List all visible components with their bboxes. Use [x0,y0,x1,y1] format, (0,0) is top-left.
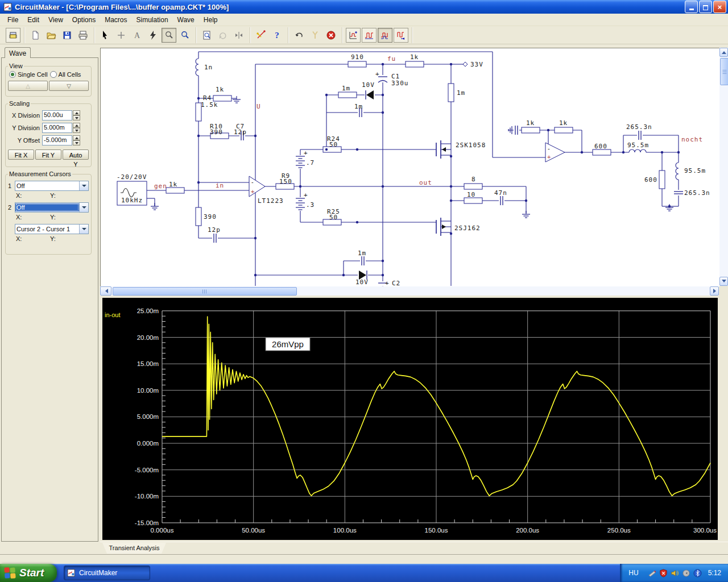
probe-lightning-button[interactable] [146,28,160,43]
next-cell-button[interactable]: ▽ [49,81,89,91]
radio-all-cells-dot[interactable] [50,71,57,78]
radio-single-cell-dot[interactable] [9,71,16,78]
wrench-tool-button[interactable] [308,28,322,43]
fit-y-button[interactable]: Fit Y [35,149,61,160]
junction-dot [325,94,328,96]
menu-item-help[interactable]: Help [199,14,222,26]
save-file-button[interactable] [60,28,75,43]
start-button[interactable]: Start [0,564,57,582]
junction-dot [254,237,257,239]
tab-wave[interactable]: Wave [5,47,31,58]
menu-item-options[interactable]: Options [68,14,100,26]
wave-display-a-button[interactable] [346,28,361,43]
schematic-label: 150 [279,178,292,185]
chevron-down-icon[interactable] [79,181,88,190]
rotate-tool-button[interactable] [216,28,230,43]
schematic-label: 1k [559,119,568,127]
new-file-button[interactable] [28,28,43,43]
wave-display-a-icon [348,30,358,40]
vertical-scroll-thumb[interactable] [720,58,728,85]
open-folder-button[interactable] [44,28,59,43]
status-strip [0,554,728,564]
auto-y-button[interactable]: Auto Y [63,149,89,160]
horizontal-scroll-thumb[interactable] [113,287,297,296]
chevron-down-icon[interactable] [79,203,88,212]
schematic-label: 265.3n [684,189,710,197]
prev-cell-button[interactable]: △ [8,81,48,91]
cursor-diff-select[interactable]: Cursor 2 - Cursor 1 [15,224,89,234]
chevron-down-icon[interactable] [79,225,88,234]
schematic-vertical-scrollbar[interactable] [719,48,728,286]
split-view-button[interactable] [231,28,246,43]
schematic-label: 1m [358,250,366,257]
wave-display-b-button[interactable] [362,28,377,43]
scroll-down-button[interactable] [719,277,728,286]
menu-item-macros[interactable]: Macros [100,14,131,26]
radio-all-cells[interactable]: All Cells [50,71,81,78]
menu-item-view[interactable]: View [44,14,68,26]
add-plus-button[interactable] [114,28,129,43]
schematic-label: 95.5m [684,167,706,174]
wave-display-d-button[interactable] [394,28,408,43]
junction-dot [197,97,200,99]
text-tool-button[interactable]: A [130,28,144,43]
wire-tool-button[interactable] [254,28,268,43]
menu-item-edit[interactable]: Edit [23,14,44,26]
schematic-label: .3 [306,201,315,209]
x-division-label: X Division [8,112,42,119]
resistor [213,95,231,101]
y-offset-spinner[interactable] [73,135,80,146]
schematic-canvas[interactable]: -+-+1n1kR41.5kR10390C712pU910fu1k33VC133… [100,48,719,286]
zoom-in-button[interactable] [177,28,192,43]
stop-simulation-button[interactable] [324,28,338,43]
restore-button[interactable] [699,1,712,13]
schematic-label: 2SJ162 [454,225,481,232]
scroll-right-button[interactable] [710,286,719,296]
schematic-label: + [375,70,380,78]
security-shield-icon[interactable] [659,568,668,577]
zoom-tool-button[interactable] [162,28,176,43]
mute-speaker-icon[interactable] [682,568,691,577]
part-browser-button[interactable] [6,28,20,43]
fit-x-button[interactable]: Fit X [8,149,34,160]
schematic-label: 1n [204,64,213,71]
start-button-label: Start [19,567,44,579]
radio-single-cell-label: Single Cell [18,71,48,78]
print-button[interactable] [76,28,90,43]
tablet-pen-icon[interactable] [648,568,657,577]
help-button[interactable]: ? [270,28,284,43]
minimize-button[interactable] [685,1,698,13]
cursor2-select[interactable]: Off [15,202,89,213]
menu-item-file[interactable]: File [3,14,23,26]
y-division-input[interactable]: 5.000m [42,123,72,133]
junction-dot [254,274,257,276]
radio-single-cell[interactable]: Single Cell [9,71,48,78]
y-division-spinner[interactable] [73,123,80,133]
bluetooth-icon[interactable] [693,568,702,577]
language-indicator[interactable]: HU [628,569,638,577]
find-doc-button[interactable] [200,28,214,43]
x-division-input[interactable]: 50.00u [42,110,72,120]
menu-item-simulation[interactable]: Simulation [132,14,173,26]
scroll-up-button[interactable] [719,48,728,57]
schematic-horizontal-scrollbar[interactable] [100,286,719,296]
zoom-in-icon [180,30,190,40]
tab-transient-analysis[interactable]: Transient Analysis [102,543,166,554]
cursor1-y-label: Y: [50,192,84,199]
wave-display-c-button[interactable] [378,28,392,43]
select-arrow-button[interactable] [98,28,113,43]
cursor1-select[interactable]: Off [15,181,89,191]
menu-item-wave[interactable]: Wave [173,14,199,26]
undo-button[interactable] [292,28,307,43]
resistor [464,198,482,203]
scroll-left-button[interactable] [100,286,111,296]
volume-icon[interactable] [671,568,680,577]
schematic-label: 600 [594,143,607,150]
x-division-spinner[interactable] [73,110,80,120]
schematic-label: 1.5k [201,101,218,109]
y-offset-input[interactable]: -5.000m [42,135,72,146]
taskbar-item-circuitmaker[interactable]: CircuitMaker [64,566,150,580]
mosfet-arrow [442,147,446,152]
close-button[interactable]: × [713,1,726,13]
schematic-label: + [304,149,308,157]
